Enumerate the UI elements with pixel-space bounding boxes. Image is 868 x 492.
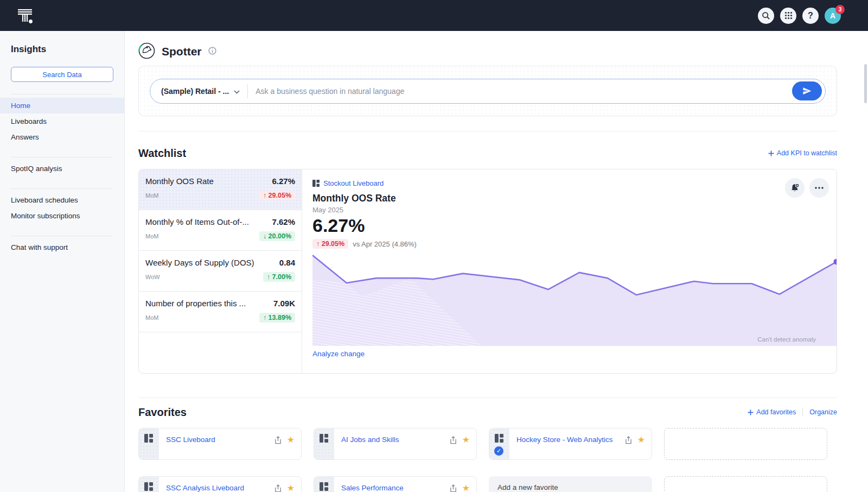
plus-icon [748,409,754,415]
sidebar-item-chat-support[interactable]: Chat with support [0,239,124,255]
star-icon[interactable]: ★ [637,436,645,444]
kpi-list: Monthly OOS Rate 6.27% MoM ↑ 29.05% Mont… [139,169,302,373]
sidebar-item-home[interactable]: Home [0,98,124,113]
liveboard-icon [144,434,153,443]
scrollbar-thumb[interactable] [864,64,867,103]
avatar-initial: A [830,11,835,20]
kpi-row-monthly-oos-rate[interactable]: Monthly OOS Rate 6.27% MoM ↑ 29.05% [139,169,302,210]
apps-grid-icon[interactable] [780,8,796,24]
chevron-down-icon [234,86,240,96]
share-icon[interactable] [450,436,457,444]
create-alert-button[interactable] [785,178,805,198]
share-icon[interactable] [450,484,457,492]
star-icon[interactable]: ★ [287,484,295,492]
favorites-grid: SSC Liveboard ★ AI Jobs and Skills ★ [138,428,837,492]
favorite-card-ssc-liveboard[interactable]: SSC Liveboard ★ [138,428,302,460]
organize-link[interactable]: Organize [809,408,837,416]
search-data-button[interactable]: Search Data [11,67,113,82]
sidebar-divider [11,94,113,94]
kpi-detail-title: Monthly OOS Rate [312,193,837,204]
kpi-trend-chart[interactable]: Can't detect anomaly [312,254,837,346]
section-divider [138,131,837,131]
spotter-query-bar: (Sample) Retail - ... [150,79,826,104]
kpi-detail-value: 6.27% [312,215,837,236]
delta-badge: ↑ 29.05% [259,191,295,200]
avatar[interactable]: A 3 [825,8,841,24]
watchlist-title: Watchlist [138,147,186,160]
query-bar-separator [247,84,248,98]
liveboard-icon [320,482,328,491]
paper-plane-icon [802,86,812,96]
delta-badge: ↑ 7.00% [263,272,295,282]
kpi-row-number-of-properties[interactable]: Number of properties this ... 7.09K MoM … [139,292,302,332]
stockout-liveboard-link[interactable]: Stockout Liveboard [312,179,384,187]
watchlist-header: Watchlist Add KPI to watchlist [138,145,837,161]
kpi-row-items-out-of-stock[interactable]: Monthly % of Items Out-of-... 7.62% MoM … [139,210,302,251]
kpi-row-weekly-dos[interactable]: Weekly Days of Supply (DOS) 0.84 WoW ↑ 7… [139,251,302,292]
topbar-actions: ? A 3 [758,8,841,24]
bell-plus-icon [790,183,800,193]
analyze-change-link[interactable]: Analyze change [312,350,365,358]
datasource-label: (Sample) Retail - ... [161,87,229,96]
verified-check-icon: ✓ [494,446,503,456]
favorite-card-thumb: ✓ [489,428,509,459]
favorite-placeholder-slot [664,476,827,492]
sidebar-divider [11,157,113,157]
spotter-dog-icon [138,42,155,61]
star-icon[interactable]: ★ [462,436,470,444]
send-button[interactable] [792,81,822,100]
add-kpi-link[interactable]: Add KPI to watchlist [768,149,837,157]
sidebar-divider [11,236,113,236]
sidebar-item-monitor-subscriptions[interactable]: Monitor subscriptions [0,208,124,224]
kpi-detail: Stockout Liveboard [302,169,837,373]
liveboard-icon [495,434,503,443]
datasource-selector[interactable]: (Sample) Retail - ... [161,86,240,96]
sidebar-item-answers[interactable]: Answers [0,129,124,145]
sidebar-item-liveboards[interactable]: Liveboards [0,113,124,129]
star-icon[interactable]: ★ [287,436,295,444]
liveboard-icon [312,180,320,187]
app-root: ? A 3 Insights Search Data Home Liveboar… [0,0,868,492]
help-icon[interactable]: ? [802,8,819,24]
anomaly-note: Can't detect anomaly [757,336,816,343]
share-icon[interactable] [275,484,282,492]
sidebar-nav: Home Liveboards Answers [0,98,124,145]
favorites-header: Favorites Add favorites Organize [138,404,837,420]
favorite-card-thumb [314,428,334,459]
share-icon[interactable] [625,436,632,444]
favorite-card-ai-jobs-and-skills[interactable]: AI Jobs and Skills ★ [314,428,477,460]
links-separator [802,408,803,416]
more-options-button[interactable] [809,178,829,198]
kpi-comparison-text: vs Apr 2025 (4.86%) [353,240,417,248]
favorite-placeholder-slot [664,428,827,460]
add-new-favorite-card[interactable]: Add a new favorite [489,476,652,492]
favorites-title: Favorites [138,406,187,419]
liveboard-icon [144,482,153,491]
share-icon[interactable] [275,436,282,444]
sidebar-title: Insights [11,44,124,55]
kpi-detail-delta-badge: ↑ 29.05% [312,239,348,249]
delta-badge: ↑ 13.89% [259,313,295,323]
sidebar-item-spotiq[interactable]: SpotIQ analysis [0,161,124,176]
sidebar-item-liveboard-schedules[interactable]: Liveboard schedules [0,192,124,208]
favorite-card-ssc-analysis-liveboard[interactable]: SSC Analysis Liveboard ★ [138,476,302,492]
plus-icon [768,150,774,156]
kpi-list-filler [139,332,302,373]
sidebar: Insights Search Data Home Liveboards Ans… [0,31,125,492]
spotter-query-card: (Sample) Retail - ... [138,66,837,116]
info-icon[interactable] [208,47,216,57]
star-icon[interactable]: ★ [462,484,470,492]
favorite-card-thumb [139,477,159,492]
favorite-card-thumb [139,428,159,459]
search-icon[interactable] [758,8,774,24]
kpi-detail-period: May 2025 [312,206,837,214]
sidebar-divider [11,188,113,189]
favorite-card-sales-performance[interactable]: Sales Performance ★ [314,476,477,492]
favorite-card-hockey-store-web-analytics[interactable]: ✓ Hockey Store - Web Analytics ★ [489,428,652,460]
add-favorites-link[interactable]: Add favorites [748,408,796,416]
thoughtspot-logo-icon[interactable] [15,6,35,26]
section-divider [138,398,837,398]
favorite-card-thumb [314,477,334,492]
question-input[interactable] [256,87,792,96]
topbar: ? A 3 [0,0,868,31]
